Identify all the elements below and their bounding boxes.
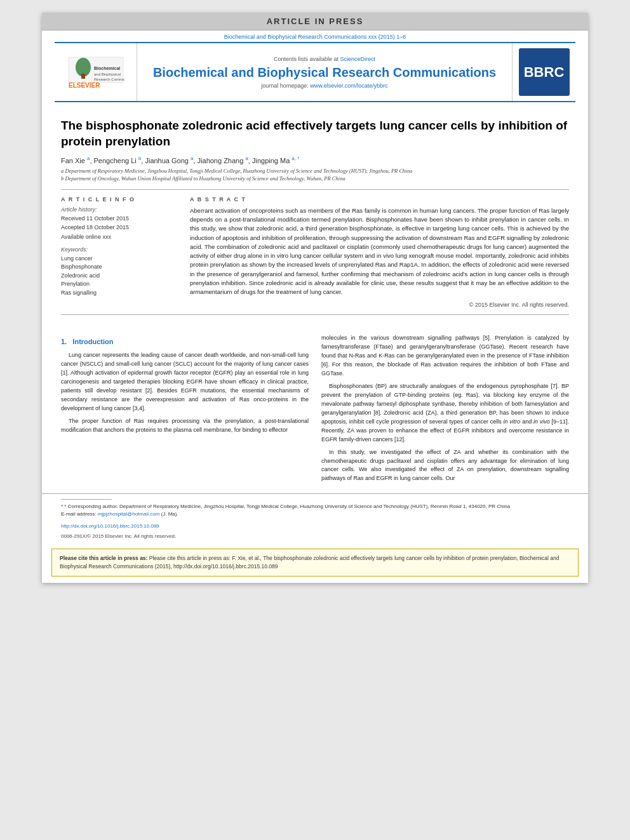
issn-copyright: 0006-291X/© 2015 Elsevier Inc. All right… [61, 533, 176, 539]
bbrc-logo-icon: BBRC [519, 48, 570, 96]
abstract-col: A B S T R A C T Aberrant activation of o… [190, 196, 569, 309]
intro-para-4: Bisphosphonates (BP) are structurally an… [321, 382, 569, 444]
sciencedirect-link[interactable]: ScienceDirect [340, 56, 376, 62]
intro-para-5: In this study, we investigated the effec… [321, 448, 569, 484]
keyword-1: Lung cancer [61, 255, 178, 263]
intro-para-3: molecules in the various downstream sign… [321, 334, 569, 378]
corresponding-author-note: * Corresponding author. Department of Re… [64, 503, 510, 509]
abstract-text: Aberrant activation of oncoproteins such… [190, 206, 569, 297]
aip-banner-text: ARTICLE IN PRESS [267, 17, 364, 26]
section1-title: 1. Introduction [61, 337, 309, 347]
available-online: Available online xxx [61, 233, 178, 241]
affiliation-b: b Department of Oncology, Wuhan Union Ho… [61, 175, 569, 183]
doi-link[interactable]: http://dx.doi.org/10.1016/j.bbrc.2015.10… [61, 523, 569, 529]
svg-rect-2 [81, 74, 85, 79]
abstract-heading: A B S T R A C T [190, 196, 569, 203]
page: ARTICLE IN PRESS Biochemical and Biophys… [42, 13, 588, 583]
section1-number: 1. [61, 338, 67, 345]
accepted-date: Accepted 18 October 2015 [61, 223, 178, 232]
section1-heading: Introduction [72, 338, 113, 345]
citation-box: Please cite this article in press as: Pl… [51, 549, 579, 577]
homepage-url[interactable]: www.elsevier.com/locate/ybbrc [310, 83, 388, 89]
email-link[interactable]: mjpjzhospital@hotmail.com [98, 511, 160, 517]
journal-title: Biochemical and Biophysical Research Com… [153, 65, 496, 80]
divider-2 [61, 314, 569, 315]
journal-header: Biochemical and Biophysical Research Com… [55, 42, 575, 102]
abstract-body: Aberrant activation of oncoproteins such… [190, 207, 569, 295]
journal-homepage: journal homepage: www.elsevier.com/locat… [261, 83, 388, 89]
keyword-4: Prenylation [61, 280, 178, 289]
email-label: E-mail address: [61, 511, 97, 517]
footnote-star: * * Corresponding author. Department of … [61, 503, 569, 510]
article-info-heading: A R T I C L E I N F O [61, 196, 178, 203]
bbrc-logo-text: BBRC [524, 64, 565, 81]
authors: Fan Xie a, Pengcheng Li b, Jianhua Gong … [61, 156, 569, 164]
body-content: 1. Introduction Lung cancer represents t… [42, 328, 588, 493]
elsevier-logo-icon: Biochemical and Biophysical Research Com… [67, 56, 124, 89]
keyword-2: Bisphosphonate [61, 263, 178, 272]
header-center: Contents lists available at ScienceDirec… [137, 43, 512, 101]
contents-text: Contents lists available at [274, 56, 338, 62]
abstract-copyright: © 2015 Elsevier Inc. All rights reserved… [190, 302, 569, 308]
keywords-label: Keywords: [61, 246, 178, 253]
footnote-divider [61, 499, 112, 500]
history-label: Article history: [61, 206, 178, 213]
keyword-5: Ras signalling [61, 289, 178, 298]
homepage-label: journal homepage: [261, 83, 309, 89]
intro-para-2: The proper function of Ras requires proc… [61, 417, 309, 435]
affiliations: a Department of Respiratory Medicine, Ji… [61, 168, 569, 183]
body-col-right: molecules in the various downstream sign… [321, 334, 569, 487]
main-content: The bisphosphonate zoledronic acid effec… [42, 102, 588, 328]
svg-text:ELSEVIER: ELSEVIER [69, 82, 100, 89]
divider-1 [61, 189, 569, 190]
article-title: The bisphosphonate zoledronic acid effec… [61, 118, 569, 149]
svg-text:Research Comms: Research Comms [94, 77, 124, 81]
journal-citation: Biochemical and Biophysical Research Com… [224, 34, 406, 40]
svg-text:and Biophysical: and Biophysical [94, 72, 121, 76]
footnote-email: E-mail address: mjpjzhospital@hotmail.co… [61, 510, 569, 518]
article-info-col: A R T I C L E I N F O Article history: R… [61, 196, 178, 309]
intro-para-1: Lung cancer represents the leading cause… [61, 351, 309, 413]
authors-text: Fan Xie a, Pengcheng Li b, Jianhua Gong … [61, 157, 299, 164]
journal-line: Biochemical and Biophysical Research Com… [42, 30, 588, 42]
email-suffix: (J. Ma). [161, 511, 178, 517]
citation-text: Please cite this article in press as: Pl… [60, 555, 559, 570]
keyword-3: Zoledronic acid [61, 272, 178, 281]
body-col-left: 1. Introduction Lung cancer represents t… [61, 334, 309, 487]
svg-text:Biochemical: Biochemical [94, 66, 120, 70]
received-date: Received 11 October 2015 [61, 215, 178, 223]
article-meta-row: A R T I C L E I N F O Article history: R… [61, 196, 569, 309]
contents-line: Contents lists available at ScienceDirec… [274, 56, 375, 62]
bottom-links: http://dx.doi.org/10.1016/j.bbrc.2015.10… [42, 521, 588, 542]
body-two-col: 1. Introduction Lung cancer represents t… [61, 334, 569, 487]
affiliation-a: a Department of Respiratory Medicine, Ji… [61, 168, 569, 175]
header-right: BBRC [512, 43, 575, 101]
footnotes: * * Corresponding author. Department of … [42, 493, 588, 521]
header-left: Biochemical and Biophysical Research Com… [55, 43, 137, 101]
aip-banner: ARTICLE IN PRESS [42, 13, 588, 30]
